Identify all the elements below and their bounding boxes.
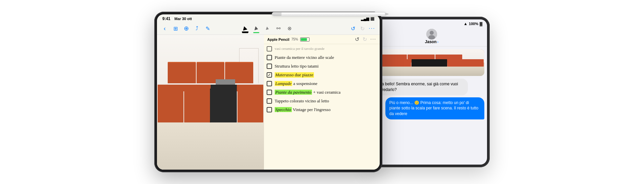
note-line-3: Materasso due piazze [267, 72, 377, 78]
note-line-2: Struttura letto tipo tatami [267, 64, 377, 69]
checkbox-7[interactable] [267, 107, 272, 112]
edit-button[interactable]: ✎ [204, 25, 211, 32]
add-button[interactable]: ⊕ [182, 25, 190, 32]
cabinet-bottom-unit-1 [158, 85, 183, 122]
message-received-0: Ma bello! Sembra enorme, sai già come vu… [374, 79, 468, 95]
back-button[interactable]: ‹ [161, 25, 168, 32]
toolbar-left: ‹ ⊞ ⊕ ⤴ ✎ [157, 22, 380, 35]
messages-list: Ma bello! Sembra enorme, sai già come vu… [374, 79, 484, 119]
message-text-0: Ma bello! Sembra enorme, sai già come vu… [378, 82, 458, 92]
ipad-right-screen: ▲ 100% ▓ ‹ [372, 19, 487, 165]
note-line-0: vasi ceramica per il tavolo grande [267, 46, 377, 52]
undo-button[interactable]: ↺ [350, 25, 357, 32]
pencil-tool-pencil[interactable] [263, 24, 272, 33]
redo-button[interactable]: ↻ [359, 25, 366, 32]
contact-info: Jason › [380, 29, 484, 44]
contact-avatar [426, 29, 437, 39]
note-text-2: Struttura letto tipo tatami [275, 64, 319, 69]
note-text-5: Piante da pavimento + vasi ceramica [275, 90, 341, 95]
checkbox-3[interactable] [267, 72, 272, 78]
note-text-6: Tappeto colorato vicino al letto [275, 98, 329, 104]
note-text-1: Piante da mettere vicino alle scale [275, 55, 334, 60]
pencil-tool-lasso[interactable]: ⚯ [274, 24, 283, 33]
scene: 9:41 Mar 30 ott ▂▄▆ ⬛ ‹ ⊞ ⊕ ⤴ ✎ [0, 0, 644, 184]
more-options-button[interactable]: ··· [368, 25, 376, 32]
undo-icon[interactable]: ↺ [355, 36, 359, 42]
ipad-left-screen: 9:41 Mar 30 ott ▂▄▆ ⬛ ‹ ⊞ ⊕ ⤴ ✎ [157, 14, 380, 170]
notes-panel: Apple Pencil 75% ↺ ↻ ··· [264, 35, 380, 170]
contact-chevron[interactable]: › [437, 40, 439, 44]
note-line-6: Tappeto colorato vicino al letto [267, 98, 377, 104]
cabinet-bottom [157, 85, 264, 122]
pencil-tool-marker[interactable] [252, 24, 261, 33]
messages-content: Ma bello! Sembra enorme, sai già come vu… [372, 47, 487, 165]
note-text-3: Materasso due piazze [275, 72, 314, 78]
note-text-4: Lampade a sospensione [275, 81, 318, 86]
note-line-7: Specchio Vintage per l'ingresso [267, 107, 377, 112]
checkbox-4[interactable] [267, 81, 272, 86]
grid-view-button[interactable]: ⊞ [172, 25, 179, 32]
right-status-right: ▲ 100% ▓ [464, 21, 482, 26]
notes-content: vasi ceramica per il tavolo grande Piant… [264, 44, 380, 170]
note-line-4: Lampade a sospensione [267, 81, 377, 86]
pencil-status-bar: Apple Pencil 75% ↺ ↻ ··· [264, 35, 380, 44]
avatar-icon [426, 29, 437, 39]
checkbox-0[interactable] [267, 46, 272, 52]
ipad-left: 9:41 Mar 30 ott ▂▄▆ ⬛ ‹ ⊞ ⊕ ⤴ ✎ [154, 12, 382, 172]
shared-kitchen-image [374, 49, 484, 76]
kitchen-photo [157, 35, 264, 170]
share-button[interactable]: ⤴ [193, 25, 201, 32]
more-icon[interactable]: ··· [370, 36, 376, 42]
checkbox-5[interactable] [267, 90, 272, 95]
cabinet-bottom-unit-4 [237, 85, 263, 122]
battery-percent: 100% [469, 22, 478, 26]
kitchen-photo-panel [157, 35, 264, 170]
apple-pencil [272, 11, 386, 17]
note-text-7: Specchio Vintage per l'ingresso [275, 107, 331, 112]
checkbox-1[interactable] [267, 55, 272, 60]
ipad-right: ▲ 100% ▓ ‹ [369, 17, 490, 167]
pencil-title: Apple Pencil 75% [267, 37, 310, 41]
sink [216, 79, 235, 85]
status-date: Mar 30 ott [174, 17, 192, 21]
pencil-battery-fill [301, 38, 307, 41]
message-text-1: Più o meno... 🙂 Prima cosa: metto un po'… [389, 100, 478, 116]
messages-header: ‹ Jason › [372, 27, 487, 47]
note-line-5: Piante da pavimento + vasi ceramica [267, 90, 377, 95]
pencil-tool-eraser[interactable]: ⊗ [285, 24, 294, 33]
redo-icon[interactable]: ↻ [363, 36, 367, 42]
battery-icon: ▓ [480, 22, 482, 26]
svg-point-1 [430, 31, 434, 35]
left-content: Apple Pencil 75% ↺ ↻ ··· [157, 35, 380, 170]
pencil-status-actions: ↺ ↻ ··· [355, 36, 376, 42]
checkbox-2[interactable] [267, 64, 272, 69]
message-sent-0: Più o meno... 🙂 Prima cosa: metto un po'… [385, 97, 484, 119]
battery-status: ⬛ [370, 17, 374, 21]
contact-name: Jason [425, 39, 437, 44]
status-time: 9:41 [162, 16, 170, 21]
note-line-1: Piante da mettere vicino alle scale [267, 55, 377, 60]
cabinet-bottom-unit-2 [184, 85, 210, 122]
shared-kitchen-preview [374, 49, 484, 76]
status-bar-right: ▲ 100% ▓ [372, 19, 487, 27]
note-text-0: vasi ceramica per il tavolo grande [275, 47, 325, 51]
cabinet-bottom-unit-3 [211, 85, 236, 122]
pencil-battery-bar [300, 37, 310, 41]
checkbox-6[interactable] [267, 98, 272, 104]
wifi-icon: ▲ [464, 21, 468, 26]
kitchen-floor [157, 122, 264, 170]
pencil-tool-pen[interactable] [240, 24, 250, 33]
